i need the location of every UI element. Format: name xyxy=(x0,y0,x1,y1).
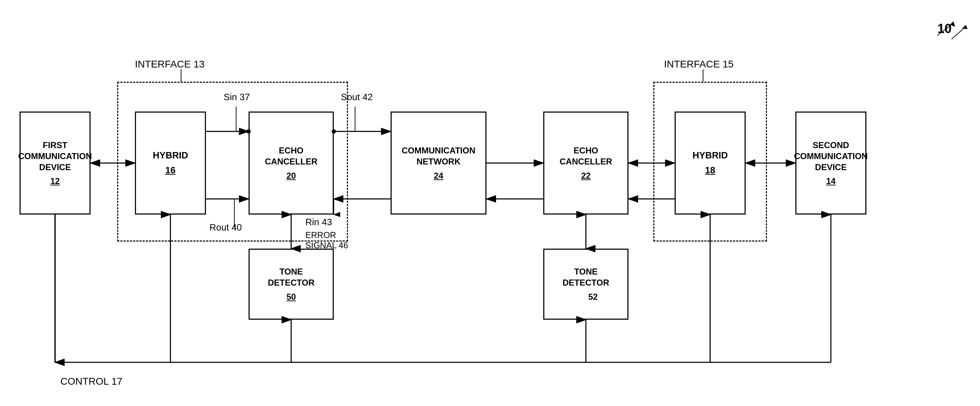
tone-detector-left-label: TONEDETECTOR xyxy=(268,266,315,288)
error-signal-label: ERRORSIGNAL 46 xyxy=(305,230,348,251)
second-comm-device-box: SECONDCOMMUNICATIONDEVICE 14 xyxy=(795,111,866,215)
rout40-label: Rout 40 xyxy=(210,222,242,233)
tone-detector-right-box: TONEDETECTOR 52 xyxy=(543,248,628,320)
interface-15-label: INTERFACE 15 xyxy=(664,59,733,70)
tone-detector-right-number: 52 xyxy=(589,291,598,302)
echo-canceller-right-number: 22 xyxy=(581,170,591,181)
first-comm-device-number: 12 xyxy=(51,175,60,186)
diagram-number-arrow xyxy=(930,18,959,39)
hybrid-left-box: HYBRID 16 xyxy=(135,111,206,215)
svg-marker-1 xyxy=(950,21,955,27)
hybrid-left-label: HYBRID xyxy=(153,150,188,162)
rin43-label: Rin 43 xyxy=(305,217,332,228)
echo-canceller-left-box: ECHOCANCELLER 20 xyxy=(248,111,334,215)
comm-network-box: COMMUNICATIONNETWORK 24 xyxy=(391,111,487,215)
hybrid-right-box: HYBRID 18 xyxy=(675,111,746,215)
diagram: 10 INTERFACE 13 INTERFACE 15 FIRSTCOMMUN… xyxy=(0,0,980,406)
sin37-label: Sin 37 xyxy=(224,92,250,103)
echo-canceller-left-label: ECHOCANCELLER xyxy=(265,145,317,167)
first-comm-device-label: FIRSTCOMMUNICATIONDEVICE xyxy=(18,140,92,173)
hybrid-right-label: HYBRID xyxy=(692,150,728,162)
hybrid-left-number: 16 xyxy=(165,164,176,177)
echo-canceller-right-label: ECHOCANCELLER xyxy=(560,145,612,167)
svg-marker-35 xyxy=(962,25,967,29)
second-comm-device-number: 14 xyxy=(826,175,836,186)
comm-network-label: COMMUNICATIONNETWORK xyxy=(402,145,476,167)
interface-13-label: INTERFACE 13 xyxy=(135,59,205,70)
tone-detector-right-label: TONEDETECTOR xyxy=(562,266,609,288)
tone-detector-left-box: TONEDETECTOR 50 xyxy=(248,248,334,320)
echo-canceller-left-number: 20 xyxy=(286,170,296,181)
tone-detector-left-number: 50 xyxy=(286,291,296,302)
echo-canceller-right-box: ECHOCANCELLER 22 xyxy=(543,111,628,215)
first-comm-device-box: FIRSTCOMMUNICATIONDEVICE 12 xyxy=(19,111,91,215)
control17-label: CONTROL 17 xyxy=(60,376,123,387)
comm-network-number: 24 xyxy=(434,170,444,181)
sout42-label: Sout 42 xyxy=(341,92,373,103)
hybrid-right-number: 18 xyxy=(705,164,716,177)
second-comm-device-label: SECONDCOMMUNICATIONDEVICE xyxy=(794,140,868,173)
